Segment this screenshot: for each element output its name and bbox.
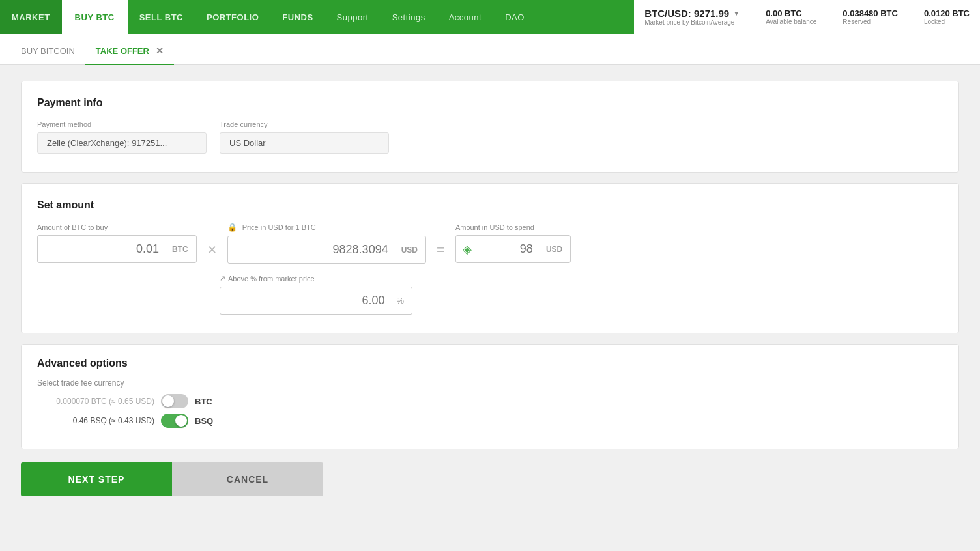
top-navigation: MARKET BUY BTC SELL BTC PORTFOLIO FUNDS … <box>0 0 980 34</box>
ticker-dropdown[interactable]: ▼ <box>733 10 740 17</box>
nav-support[interactable]: Support <box>325 0 381 34</box>
tab-close-icon[interactable]: ✕ <box>156 46 164 56</box>
bsq-toggle-row: 0.46 BSQ (≈ 0.43 USD) BSQ <box>37 414 943 428</box>
btc-amount-label: Amount of BTC to buy <box>37 223 197 231</box>
btc-amount-input[interactable] <box>38 236 168 262</box>
btc-toggle-row: 0.000070 BTC (≈ 0.65 USD) BTC <box>37 394 943 408</box>
ticker-main: BTC/USD: 9271.99 ▼ Market price by Bitco… <box>644 8 740 26</box>
lock-icon: 🔒 <box>227 223 237 232</box>
amount-row: Amount of BTC to buy BTC ✕ 🔒 Price in US… <box>37 223 943 264</box>
btc-amount-input-box: BTC <box>37 235 197 263</box>
nav-funds[interactable]: FUNDS <box>270 0 324 34</box>
equals-icon: = <box>434 242 448 259</box>
ticker-locked: 0.0120 BTC Locked <box>924 8 970 25</box>
market-label: Above % from market price <box>228 275 315 283</box>
nav-sell-btc[interactable]: SELL BTC <box>128 0 195 34</box>
nav-portfolio[interactable]: PORTFOLIO <box>195 0 270 34</box>
payment-row: Payment method Zelle (ClearXchange): 917… <box>37 120 943 154</box>
market-chart-icon: ↗ <box>220 274 225 283</box>
nav-right: Support Settings Account DAO <box>325 0 536 34</box>
tab-buy-bitcoin[interactable]: BUY BITCOIN <box>10 46 85 65</box>
payment-method-value: Zelle (ClearXchange): 917251... <box>37 132 207 154</box>
bsq-fee-amount: 0.46 BSQ (≈ 0.43 USD) <box>37 416 154 425</box>
nav-market[interactable]: MARKET <box>0 0 62 34</box>
price-label: Price in USD for 1 BTC <box>242 223 316 231</box>
price-input-box: USD <box>227 236 426 264</box>
spend-unit: USD <box>542 245 570 254</box>
btc-currency-label: BTC <box>195 397 212 406</box>
tab-take-offer[interactable]: TAKE OFFER ✕ <box>85 46 174 65</box>
btc-fee-amount: 0.000070 BTC (≈ 0.65 USD) <box>37 397 154 406</box>
nav-settings[interactable]: Settings <box>381 0 437 34</box>
btc-toggle-knob <box>162 395 174 407</box>
ticker-reserved: 0.038480 BTC Reserved <box>843 8 898 25</box>
market-unit: % <box>394 296 412 305</box>
market-label-row: ↗ Above % from market price <box>220 274 943 283</box>
payment-info-title: Payment info <box>37 97 943 109</box>
payment-method-field: Payment method Zelle (ClearXchange): 917… <box>37 120 207 154</box>
btc-amount-field: Amount of BTC to buy BTC <box>37 223 197 263</box>
trade-currency-label: Trade currency <box>220 120 389 128</box>
btc-toggle[interactable] <box>161 394 188 408</box>
advanced-options-section: Advanced options Select trade fee curren… <box>21 344 959 449</box>
bsq-toggle-knob <box>175 415 187 427</box>
result-icon: ◈ <box>456 242 477 257</box>
trade-currency-value: US Dollar <box>220 132 389 154</box>
btc-unit: BTC <box>168 245 196 254</box>
spend-input-box: ◈ USD <box>455 235 571 263</box>
button-row: NEXT STEP CANCEL <box>21 462 959 496</box>
market-pct-input[interactable] <box>220 287 394 314</box>
bsq-currency-label: BSQ <box>195 416 213 426</box>
advanced-title: Advanced options <box>37 358 943 369</box>
tab-bar: BUY BITCOIN TAKE OFFER ✕ <box>0 34 980 65</box>
nav-account[interactable]: Account <box>437 0 493 34</box>
set-amount-section: Set amount Amount of BTC to buy BTC ✕ 🔒 <box>21 183 959 333</box>
price-input[interactable] <box>228 236 397 263</box>
price-label-row: 🔒 Price in USD for 1 BTC <box>227 223 426 232</box>
price-unit: USD <box>397 246 425 255</box>
spend-label: Amount in USD to spend <box>455 223 571 231</box>
set-amount-title: Set amount <box>37 199 943 211</box>
bsq-toggle[interactable] <box>161 414 188 428</box>
ticker-price: BTC/USD: 9271.99 ▼ <box>644 8 740 19</box>
ticker-box: BTC/USD: 9271.99 ▼ Market price by Bitco… <box>634 0 980 34</box>
cancel-button[interactable]: CANCEL <box>172 462 323 496</box>
market-input-box: % <box>220 287 412 315</box>
trade-currency-field: Trade currency US Dollar <box>220 120 389 154</box>
ticker-source: Market price by BitcoinAverage <box>644 19 740 26</box>
market-pct-row: ↗ Above % from market price % <box>220 274 943 315</box>
payment-info-section: Payment info Payment method Zelle (Clear… <box>21 81 959 173</box>
ticker-available-balance: 0.00 BTC Available balance <box>766 8 816 25</box>
next-step-button[interactable]: NEXT STEP <box>21 462 172 496</box>
nav-dao[interactable]: DAO <box>493 0 536 34</box>
main-content: BUY BITCOIN TAKE OFFER ✕ Payment info Pa… <box>0 34 980 551</box>
fee-label: Select trade fee currency <box>37 378 943 388</box>
nav-buy-btc[interactable]: BUY BTC <box>62 0 128 34</box>
price-field: 🔒 Price in USD for 1 BTC USD <box>227 223 426 264</box>
content-area: Payment info Payment method Zelle (Clear… <box>0 65 980 547</box>
spend-field: Amount in USD to spend ◈ USD <box>455 223 571 263</box>
spend-input[interactable] <box>477 236 542 262</box>
nav-left: MARKET BUY BTC SELL BTC PORTFOLIO FUNDS … <box>0 0 634 34</box>
ticker-pair-price: BTC/USD: 9271.99 <box>644 8 729 19</box>
payment-method-label: Payment method <box>37 120 207 128</box>
multiply-icon: ✕ <box>205 243 220 257</box>
